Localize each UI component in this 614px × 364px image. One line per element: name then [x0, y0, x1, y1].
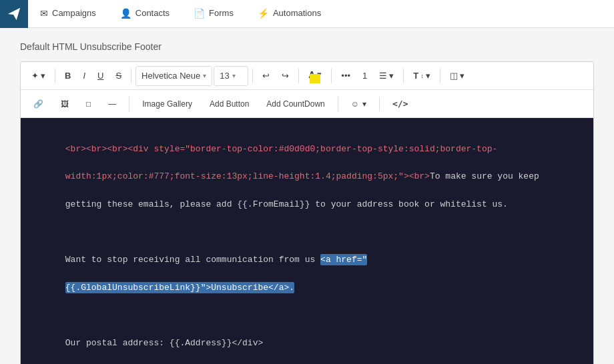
add-countdown-label: Add CountDown [266, 99, 324, 109]
emoji-caret: ▾ [362, 99, 366, 109]
number-list-icon: 1​​​ [362, 71, 367, 81]
widget-button[interactable]: □ [79, 94, 98, 114]
image-gallery-button[interactable]: Image Gallery [135, 94, 200, 114]
divider-icon: — [108, 99, 116, 109]
code-link-highlight-2: {{.GlobalUnsubscribeLink}}">Unsubscribe<… [65, 282, 294, 293]
nav-items: ✉ Campaigns 👤 Contacts 📄 Forms ⚡ Automat… [28, 0, 333, 27]
strikethrough-button[interactable]: S [110, 66, 127, 86]
separator-2 [131, 69, 131, 83]
nav-item-automations[interactable]: ⚡ Automations [246, 0, 333, 27]
code-text-1: To make sure you keep [430, 171, 539, 181]
link-button[interactable]: 🔗 [26, 94, 51, 114]
nav-label-campaigns: Campaigns [52, 8, 96, 18]
separator-1 [55, 69, 55, 83]
redo-button[interactable]: ↪ [276, 66, 294, 86]
bullet-list-icon: ••• [341, 71, 350, 81]
separator-8 [129, 97, 129, 111]
separator-4 [298, 69, 299, 83]
magic-button[interactable]: ✦ ▾ [26, 66, 51, 86]
font-family-value: Helvetica Neue [141, 71, 200, 81]
add-countdown-button[interactable]: Add CountDown [259, 94, 332, 114]
table-icon: ◫ [450, 71, 458, 81]
automations-icon: ⚡ [258, 8, 269, 19]
image-button[interactable]: 🖼 [53, 94, 76, 114]
table-button[interactable]: ◫ ▾ [444, 66, 470, 86]
logo[interactable] [0, 0, 28, 28]
nav-item-contacts[interactable]: 👤 Contacts [108, 0, 182, 27]
campaigns-icon: ✉ [40, 8, 48, 19]
toolbar-row-2: 🔗 🖼 □ — Image Gallery Add Button Add Cou… [21, 90, 593, 118]
separator-7 [440, 69, 440, 83]
font-size-caret: ▾ [232, 72, 236, 79]
contacts-icon: 👤 [120, 8, 131, 19]
separator-5 [331, 69, 332, 83]
image-gallery-label: Image Gallery [142, 99, 192, 109]
text-style-button[interactable]: T ↕ ▾ [408, 66, 435, 86]
emoji-button[interactable]: ☺ ▾ [344, 94, 374, 114]
font-family-caret: ▾ [203, 72, 206, 79]
code-br: <br> [409, 171, 430, 181]
code-line-1: <br><br><br><div style="border-top-color… [65, 144, 498, 154]
nav-label-forms: Forms [209, 8, 234, 18]
divider-button[interactable]: — [101, 94, 123, 114]
emoji-icon: ☺ [351, 99, 359, 109]
code-link-highlight-1: <a href=" [320, 254, 367, 265]
undo-button[interactable]: ↩ [257, 66, 275, 86]
code-line-2: width:1px;color:#777;font-size:13px;line… [65, 171, 409, 181]
color-indicator [310, 74, 320, 83]
align-button[interactable]: ☰ ▾ [374, 66, 399, 86]
strikethrough-icon: S [115, 71, 121, 81]
nav-item-campaigns[interactable]: ✉ Campaigns [28, 0, 108, 27]
font-color-button[interactable]: A ▾ [303, 66, 327, 86]
code-text-3: Want to stop receiving all communication… [65, 255, 320, 265]
underline-button[interactable]: U [92, 66, 109, 86]
font-size-select[interactable]: 13 ▾ [214, 66, 248, 86]
top-navigation: ✉ Campaigns 👤 Contacts 📄 Forms ⚡ Automat… [0, 0, 614, 28]
code-view-button[interactable]: </> [385, 94, 415, 114]
bold-button[interactable]: B [59, 66, 76, 86]
editor-container: ✦ ▾ B I U S Helvetica Neue ▾ 13 ▾ ↩ [20, 61, 594, 364]
code-view-label: </> [392, 99, 408, 109]
font-family-select[interactable]: Helvetica Neue ▾ [135, 66, 212, 86]
separator-3 [252, 69, 253, 83]
undo-icon: ↩ [262, 71, 270, 81]
bullet-list-button[interactable]: ••• [336, 66, 356, 86]
code-text-4: Our postal address: {{.Address}}</div> [65, 338, 263, 348]
add-button-label: Add Button [210, 99, 249, 109]
toolbar-row-1: ✦ ▾ B I U S Helvetica Neue ▾ 13 ▾ ↩ [21, 62, 593, 90]
widget-icon: □ [86, 99, 91, 109]
add-button-button[interactable]: Add Button [202, 94, 256, 114]
separator-10 [379, 97, 380, 111]
nav-item-forms[interactable]: 📄 Forms [182, 0, 246, 27]
forms-icon: 📄 [194, 8, 205, 19]
number-list-button[interactable]: 1​​​ [357, 66, 372, 86]
nav-label-contacts: Contacts [135, 8, 170, 18]
magic-icon: ✦ [31, 71, 39, 81]
logo-icon [7, 7, 21, 21]
align-icon: ☰ [379, 71, 387, 81]
link-icon: 🔗 [33, 99, 43, 109]
nav-label-automations: Automations [273, 8, 321, 18]
image-icon: 🖼 [61, 99, 69, 109]
redo-icon: ↪ [282, 71, 289, 81]
separator-6 [403, 69, 404, 83]
separator-9 [338, 97, 338, 111]
code-text-2: getting these emails, please add {{.From… [65, 199, 508, 209]
code-editor[interactable]: <br><br><br><div style="border-top-color… [21, 118, 593, 364]
table-caret: ▾ [460, 71, 465, 81]
page-title: Default HTML Unsubscribe Footer [20, 41, 594, 52]
page-content: Default HTML Unsubscribe Footer ✦ ▾ B I … [0, 28, 614, 364]
text-style-icon: T [413, 71, 418, 81]
text-style-caret: ▾ [426, 71, 430, 81]
italic-button[interactable]: I [77, 66, 91, 86]
align-caret: ▾ [389, 71, 394, 81]
font-size-value: 13 [220, 71, 229, 81]
